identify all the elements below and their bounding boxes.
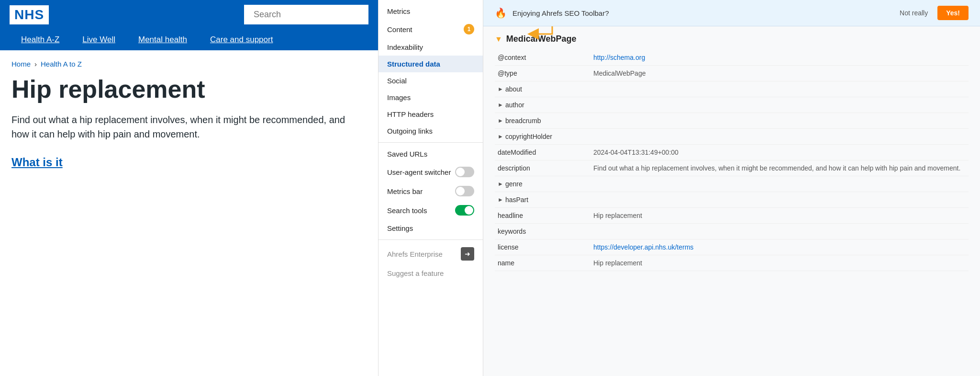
schema-value-datemodified: 2024-04-04T13:31:49+00:00 [590, 145, 969, 160]
schema-row-datemodified: dateModified 2024-04-04T13:31:49+00:00 [495, 145, 969, 160]
menu-item-metrics[interactable]: Metrics [379, 3, 483, 20]
schema-key-author: ► author [495, 97, 590, 113]
genre-key-label: genre [505, 180, 523, 188]
structured-content: ▼ MedicalWebPage @context http://schema.… [483, 26, 980, 376]
menu-item-settings[interactable]: Settings [379, 220, 483, 237]
nhs-header: NHS [0, 0, 378, 29]
schema-key-copyright: ► copyrightHolder [495, 129, 590, 145]
schema-row-author: ► author [495, 97, 969, 113]
structured-panel: 🔥 Enjoying Ahrefs SEO Toolbar? Not reall… [483, 0, 980, 376]
schema-key-type: @type [495, 66, 590, 81]
menu-label-social: Social [387, 77, 407, 85]
menu-label-structured-data: Structured data [387, 60, 440, 68]
schema-value-context: http://schema.org [590, 50, 969, 66]
menu-item-outgoing-links[interactable]: Outgoing links [379, 123, 483, 139]
breadcrumb-home[interactable]: Home [11, 60, 31, 68]
content-badge: 1 [464, 24, 474, 34]
metrics-bar-toggle[interactable] [455, 186, 474, 196]
author-key-label: author [505, 101, 524, 109]
banner-yes-button[interactable]: Yes! [937, 6, 969, 20]
copyright-expand-arrow[interactable]: ► [498, 133, 503, 140]
menu-label-content: Content [387, 25, 412, 34]
enterprise-label: Ahrefs Enterprise [387, 250, 443, 258]
nav-live-well[interactable]: Live Well [71, 29, 127, 50]
schema-value-haspart [590, 192, 969, 208]
schema-value-name: Hip replacement [590, 255, 969, 271]
schema-key-datemodified: dateModified [495, 145, 590, 160]
author-expand-arrow[interactable]: ► [498, 102, 503, 108]
schema-row-context: @context http://schema.org [495, 50, 969, 66]
schema-row-description: description Find out what a hip replacem… [495, 160, 969, 176]
schema-value-breadcrumb [590, 113, 969, 129]
search-tools-label: Search tools [387, 206, 427, 215]
schema-row-copyright: ► copyrightHolder [495, 129, 969, 145]
banner-emoji: 🔥 [495, 7, 507, 19]
menu-item-structured-data[interactable]: Structured data [379, 56, 483, 72]
nav-health-az[interactable]: Health A-Z [10, 29, 71, 50]
schema-value-license: https://developer.api.nhs.uk/terms [590, 239, 969, 255]
menu-search-tools[interactable]: Search tools [379, 201, 483, 220]
schema-key-headline: headline [495, 208, 590, 224]
nhs-logo: NHS [10, 5, 49, 24]
haspart-expand-arrow[interactable]: ► [498, 196, 503, 203]
menu-item-content[interactable]: Content 1 [379, 20, 483, 39]
schema-key-breadcrumb: ► breadcrumb [495, 113, 590, 129]
schema-value-copyright [590, 129, 969, 145]
nav-mental-health[interactable]: Mental health [127, 29, 199, 50]
menu-enterprise[interactable]: Ahrefs Enterprise ➜ [379, 243, 483, 265]
saved-urls-label: Saved URLs [387, 150, 427, 158]
haspart-key-label: hasPart [505, 196, 528, 204]
schema-row-name: name Hip replacement [495, 255, 969, 271]
page-description: Find out what a hip replacement involves… [11, 113, 356, 141]
user-agent-label: User-agent switcher [387, 168, 451, 176]
menu-item-http-headers[interactable]: HTTP headers [379, 106, 483, 123]
schema-row-license: license https://developer.api.nhs.uk/ter… [495, 239, 969, 255]
schema-row-breadcrumb: ► breadcrumb [495, 113, 969, 129]
schema-value-keywords [590, 224, 969, 239]
menu-item-images[interactable]: Images [379, 89, 483, 106]
menu-divider-1 [379, 142, 483, 143]
banner-no-button[interactable]: Not really [900, 9, 928, 17]
schema-type-name: MedicalWebPage [506, 34, 577, 44]
genre-expand-arrow[interactable]: ► [498, 181, 503, 187]
about-expand-arrow[interactable]: ► [498, 86, 503, 92]
search-input[interactable] [244, 5, 368, 24]
nhs-panel: NHS Health A-Z Live Well Mental health C… [0, 0, 378, 376]
menu-label-http-headers: HTTP headers [387, 110, 434, 118]
schema-collapse-arrow[interactable]: ▼ [495, 35, 502, 44]
menu-metrics-bar[interactable]: Metrics bar [379, 182, 483, 201]
metrics-bar-label: Metrics bar [387, 187, 423, 195]
schema-row-headline: headline Hip replacement [495, 208, 969, 224]
banner-text: Enjoying Ahrefs SEO Toolbar? [512, 9, 894, 17]
search-tools-toggle[interactable] [455, 205, 474, 216]
menu-item-social[interactable]: Social [379, 72, 483, 89]
menu-suggest[interactable]: Suggest a feature [379, 265, 483, 282]
ahrefs-menu: Metrics Content 1 Indexability Structure… [378, 0, 483, 376]
schema-type-header: ▼ MedicalWebPage [495, 34, 969, 44]
settings-label: Settings [387, 224, 413, 232]
suggest-label: Suggest a feature [387, 269, 444, 277]
schema-value-description: Find out what a hip replacement involves… [590, 160, 969, 176]
breadcrumb-expand-arrow[interactable]: ► [498, 117, 503, 124]
schema-fields-table: @context http://schema.org @type Medical… [495, 50, 969, 271]
nhs-nav: Health A-Z Live Well Mental health Care … [0, 29, 378, 50]
user-agent-toggle[interactable] [455, 167, 474, 177]
breadcrumb-current[interactable]: Health A to Z [41, 60, 82, 68]
about-key-label: about [505, 85, 522, 93]
schema-key-about: ► about [495, 81, 590, 97]
schema-row-genre: ► genre [495, 176, 969, 192]
nhs-content: Home › Health A to Z Hip replacement Fin… [0, 50, 378, 376]
menu-item-indexability[interactable]: Indexability [379, 39, 483, 56]
menu-saved-urls[interactable]: Saved URLs [379, 146, 483, 162]
schema-key-haspart: ► hasPart [495, 192, 590, 208]
menu-user-agent-switcher[interactable]: User-agent switcher [379, 162, 483, 182]
menu-label-indexability: Indexability [387, 43, 423, 51]
nav-care-support[interactable]: Care and support [199, 29, 284, 50]
what-is-it-link[interactable]: What is it [11, 156, 63, 169]
toolbar-banner: 🔥 Enjoying Ahrefs SEO Toolbar? Not reall… [483, 0, 980, 26]
copyright-key-label: copyrightHolder [505, 133, 552, 140]
schema-value-about [590, 81, 969, 97]
breadcrumb: Home › Health A to Z [11, 60, 367, 68]
schema-row-type: @type MedicalWebPage [495, 66, 969, 81]
schema-value-genre [590, 176, 969, 192]
